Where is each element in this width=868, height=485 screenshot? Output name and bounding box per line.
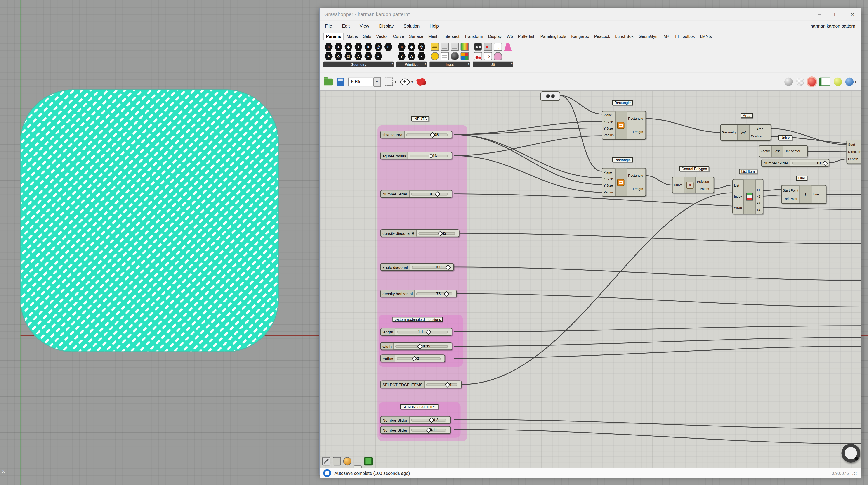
- menu-view[interactable]: View: [355, 24, 374, 29]
- tab-wb[interactable]: Wb: [504, 33, 515, 40]
- value-sphere-icon[interactable]: [451, 52, 459, 60]
- tab-intersect[interactable]: Intersect: [441, 33, 462, 40]
- tab-surface[interactable]: Surface: [407, 33, 426, 40]
- geometry-param-icon[interactable]: ●: [334, 43, 343, 51]
- component-rectangle-2[interactable]: Plane X Size Y Size Radius Rectangle Len…: [602, 168, 646, 197]
- zoom-dropdown-icon[interactable]: ▾: [374, 77, 381, 87]
- slider-length[interactable]: length 1.1: [380, 328, 452, 336]
- slider-handle[interactable]: [445, 265, 451, 270]
- tab-lmnts[interactable]: LMNts: [698, 33, 714, 40]
- document-preview-icon[interactable]: [819, 78, 830, 86]
- tab-kangaroo[interactable]: Kangaroo: [569, 33, 591, 40]
- geometry-param-icon[interactable]: ~: [364, 52, 373, 60]
- slider-square-radius[interactable]: square radius 13: [380, 152, 452, 160]
- slider-handle[interactable]: [435, 191, 440, 197]
- tab-peacock[interactable]: Peacock: [592, 33, 612, 40]
- radial-menu-widget[interactable]: [841, 444, 860, 463]
- ribbon-group-label[interactable]: Primitive: [396, 61, 427, 67]
- geometry-param-icon[interactable]: □: [344, 52, 352, 60]
- slider-size-square[interactable]: size square 45: [380, 131, 452, 138]
- slider-handle[interactable]: [823, 161, 828, 166]
- menu-display[interactable]: Display: [374, 24, 399, 29]
- tab-tttoolbox[interactable]: TT Toolbox: [672, 33, 697, 40]
- canvas-widget-sketch-icon[interactable]: [322, 457, 331, 465]
- pattern-geometry[interactable]: [20, 89, 280, 353]
- slider-scale-1[interactable]: Number Slider 0.3: [380, 416, 451, 424]
- slider-handle[interactable]: [444, 291, 449, 296]
- data-recorder-icon[interactable]: [484, 43, 492, 51]
- preview-quality-icon[interactable]: [845, 78, 854, 86]
- ribbon-group-label[interactable]: Input: [430, 61, 470, 67]
- geometry-param-icon[interactable]: +: [324, 52, 333, 60]
- chevron-down-icon[interactable]: ▾: [855, 80, 856, 84]
- slider-scale-2[interactable]: Number Slider 0.11: [380, 426, 451, 434]
- slider-width[interactable]: width 0.35: [380, 342, 452, 350]
- zoom-value[interactable]: 80%: [348, 77, 374, 86]
- maximize-button[interactable]: □: [828, 8, 844, 21]
- menu-help[interactable]: Help: [425, 24, 443, 29]
- tab-vector[interactable]: Vector: [374, 33, 390, 40]
- canvas-widget-group-icon[interactable]: [364, 457, 373, 465]
- geometry-param-icon[interactable]: ■: [364, 43, 373, 51]
- jump-arrow-icon[interactable]: →: [494, 43, 502, 51]
- relay-arrow-icon[interactable]: ⇨: [484, 52, 492, 60]
- slider-angle-diagonal[interactable]: angle diagonal 100: [380, 263, 454, 271]
- primitive-param-icon[interactable]: ●: [417, 52, 426, 60]
- geometry-param-icon[interactable]: ◆: [344, 43, 352, 51]
- custom-preview-icon[interactable]: [834, 78, 842, 86]
- knob-icon[interactable]: [431, 52, 439, 60]
- trigger-icon[interactable]: [494, 52, 502, 60]
- tab-geomgym[interactable]: GeomGym: [636, 33, 661, 40]
- close-button[interactable]: ✕: [844, 8, 861, 21]
- gh-canvas[interactable]: INPUTS pattern rectangle dimensions SCAL…: [320, 91, 861, 467]
- component-unit-vector[interactable]: Factor ↗z Unit vector: [759, 145, 808, 158]
- slider-radius[interactable]: radius 2: [380, 354, 445, 362]
- component-list-item[interactable]: List Index Wrap i +1 +2 +3 +4: [733, 179, 763, 215]
- zoom-selection-icon[interactable]: [385, 78, 393, 86]
- remote-relay-component[interactable]: [540, 91, 560, 101]
- preview-off-icon[interactable]: [784, 78, 793, 86]
- slider-handle[interactable]: [417, 344, 423, 349]
- tab-lunchbox[interactable]: LunchBox: [613, 33, 636, 40]
- tab-panelingtools[interactable]: PanelingTools: [538, 33, 568, 40]
- color-swatch-icon[interactable]: [461, 52, 469, 60]
- chevron-down-icon[interactable]: ▾: [395, 80, 396, 84]
- flask-icon[interactable]: [504, 43, 512, 51]
- geometry-param-icon[interactable]: ×: [324, 43, 333, 51]
- tab-transform[interactable]: Transform: [462, 33, 485, 40]
- ribbon-group-label[interactable]: Geometry: [323, 61, 394, 67]
- item-list-icon[interactable]: [440, 52, 449, 60]
- primitive-param-icon[interactable]: ◆: [407, 43, 416, 51]
- zoom-combo[interactable]: 80% ▾: [348, 77, 381, 86]
- component-control-polygon[interactable]: Curve ✕ Polygon Points: [672, 177, 714, 193]
- tab-mplus[interactable]: M+: [661, 33, 672, 40]
- primitive-param-icon[interactable]: A: [407, 52, 416, 60]
- preview-wireframe-icon[interactable]: [796, 78, 804, 86]
- slider-handle[interactable]: [412, 356, 417, 362]
- slider-number-10[interactable]: Number Slider 10: [761, 159, 829, 167]
- tab-maths[interactable]: Maths: [344, 33, 360, 40]
- geometry-param-icon[interactable]: ◎: [374, 43, 383, 51]
- geometry-param-icon[interactable]: ●: [374, 52, 383, 60]
- chevron-down-icon[interactable]: ▾: [411, 80, 413, 84]
- titlebar[interactable]: Grasshopper - harman kardon pattern* – □…: [320, 8, 861, 21]
- geometry-param-icon[interactable]: ▲: [354, 43, 363, 51]
- slider-select-edge-items[interactable]: SELECT EDGE ITEMS 4: [380, 380, 462, 388]
- tab-display[interactable]: Display: [486, 33, 504, 40]
- geometry-param-icon[interactable]: ○: [384, 43, 393, 51]
- canvas-widget-profiler-icon[interactable]: [343, 457, 351, 465]
- canvas-widget-markov-icon[interactable]: [354, 465, 362, 467]
- component-line[interactable]: Start Point End Point / Line: [781, 185, 827, 204]
- preview-shaded-icon[interactable]: [808, 78, 816, 86]
- tab-params[interactable]: Params: [323, 33, 344, 40]
- panel-icon[interactable]: [451, 43, 459, 51]
- primitive-param-icon[interactable]: ×: [397, 43, 406, 51]
- group-inputs[interactable]: [377, 125, 467, 441]
- geometry-param-icon[interactable]: ◇: [334, 52, 343, 60]
- preview-eye-icon[interactable]: [400, 79, 410, 85]
- tab-curve[interactable]: Curve: [391, 33, 406, 40]
- paint-brush-icon[interactable]: [416, 78, 426, 86]
- menu-edit[interactable]: Edit: [337, 24, 355, 29]
- component-area[interactable]: Geometry m² Area Centroid: [720, 124, 771, 141]
- component-line-sdl[interactable]: Start Direction Length: [846, 140, 861, 164]
